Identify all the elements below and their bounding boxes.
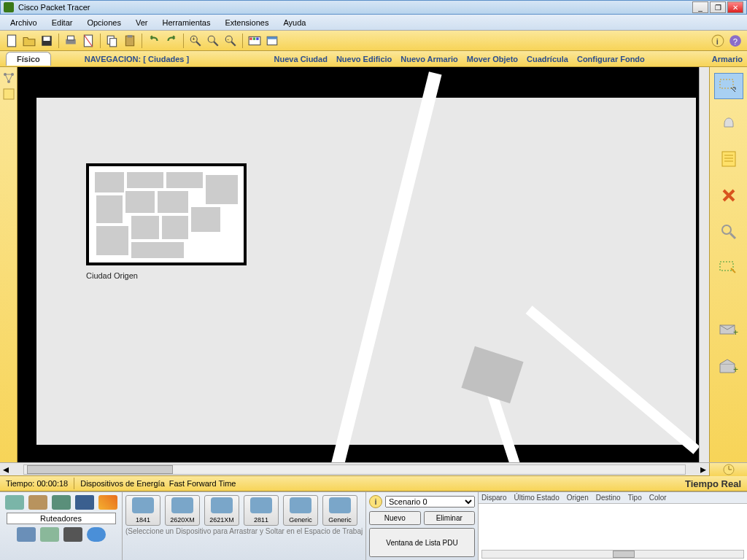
menu-ver[interactable]: Ver [128, 17, 155, 28]
svg-text:i: i [716, 36, 719, 45]
note-tool-icon[interactable] [714, 146, 743, 172]
save-icon[interactable] [39, 34, 54, 48]
map-canvas[interactable]: Ciudad Origen [36, 98, 696, 445]
new-city-button[interactable]: Nueva Ciudad [270, 55, 332, 63]
pdu-col-color[interactable]: Color [649, 494, 667, 502]
menu-ayuda[interactable]: Ayuda [276, 17, 313, 28]
svg-text:-: - [228, 36, 229, 42]
hubs-category-icon[interactable] [52, 495, 71, 510]
info-icon[interactable]: i [711, 34, 725, 48]
pdu-table: Disparo Último Estado Origen Destino Tip… [479, 492, 747, 560]
wan-category-icon[interactable] [40, 527, 59, 542]
move-object-button[interactable]: Mover Objeto [462, 55, 522, 63]
pdu-col-origen[interactable]: Origen [567, 494, 589, 502]
close-button[interactable]: ✕ [727, 1, 743, 13]
router-generic-2[interactable]: Generic [322, 495, 357, 526]
new-building-button[interactable]: Nuevo Edificio [332, 55, 396, 63]
end-devices-category-icon[interactable] [17, 527, 36, 542]
zoom-reset-icon[interactable] [206, 34, 220, 48]
workspace-canvas[interactable]: Ciudad Origen [18, 67, 699, 462]
zoom-out-icon[interactable]: - [223, 34, 238, 48]
router-generic-1[interactable]: Generic [283, 495, 318, 526]
multiuser-category-icon[interactable] [87, 527, 106, 542]
svg-line-11 [196, 42, 201, 46]
wizard-icon[interactable] [81, 34, 96, 48]
inspect-tool-icon[interactable] [714, 219, 743, 245]
dialog-icon[interactable] [265, 34, 279, 48]
delete-scenario-button[interactable]: Eliminar [424, 511, 476, 525]
custom-category-icon[interactable] [63, 527, 82, 542]
city-object[interactable] [86, 163, 247, 265]
svg-text:+: + [733, 327, 738, 337]
complex-pdu-tool-icon[interactable]: + [714, 353, 743, 379]
closet-button[interactable]: Armario [708, 55, 747, 63]
svg-point-13 [208, 36, 214, 42]
svg-text:+: + [193, 36, 196, 42]
select-tool-icon[interactable] [714, 73, 743, 99]
pdu-list-window-button[interactable]: Ventana de Lista PDU [369, 528, 475, 557]
pdu-col-disparo[interactable]: Disparo [481, 494, 506, 502]
horizontal-scrollbar[interactable]: ◂ ▸ [0, 462, 747, 475]
pdu-col-destino[interactable]: Destino [596, 494, 621, 502]
pdu-scrollbar[interactable] [481, 550, 744, 559]
help-icon[interactable]: ? [728, 34, 743, 48]
svg-point-37 [722, 225, 731, 234]
road-shape [526, 306, 699, 454]
realtime-label: Tiempo Real [685, 478, 741, 489]
right-tool-palette: + + [709, 67, 747, 462]
grid-button[interactable]: Cuadrícula [522, 55, 573, 63]
category-label: Ruteadores [7, 513, 116, 524]
cluster-icon[interactable] [2, 71, 15, 85]
new-closet-button[interactable]: Nuevo Armario [396, 55, 462, 63]
menu-herramientas[interactable]: Herramientas [155, 17, 217, 28]
copy-icon[interactable] [105, 34, 120, 48]
vertical-scrollbar[interactable] [699, 67, 709, 462]
simple-pdu-tool-icon[interactable]: + [714, 316, 743, 343]
pdu-col-ultimo[interactable]: Último Estado [514, 494, 559, 502]
delete-tool-icon[interactable] [714, 182, 743, 209]
zoom-in-icon[interactable]: + [188, 34, 203, 48]
open-file-icon[interactable] [22, 34, 36, 48]
move-tool-icon[interactable] [714, 109, 743, 136]
realtime-toggle-icon[interactable] [721, 464, 737, 475]
device-panel: Ruteadores 1841 2620XM 2621XM 2811 Gener… [0, 491, 747, 560]
scenario-info-icon[interactable]: i [369, 495, 382, 508]
scenario-panel: i Scenario 0 Nuevo Eliminar Ventana de L… [366, 492, 479, 560]
scenario-select[interactable]: Scenario 0 [385, 496, 475, 508]
physical-tab[interactable]: Físico [6, 52, 51, 66]
pdu-col-tipo[interactable]: Tipo [628, 494, 642, 502]
fast-forward-button[interactable]: Fast Forward Time [169, 479, 236, 488]
svg-line-14 [214, 42, 218, 46]
set-background-button[interactable]: Configurar Fondo [573, 55, 649, 63]
menu-opciones[interactable]: Opciones [80, 17, 128, 28]
router-2621xm[interactable]: 2621XM [204, 495, 239, 526]
new-file-icon[interactable] [4, 34, 19, 48]
menu-archivo[interactable]: Archivo [3, 17, 44, 28]
undo-icon[interactable] [147, 34, 161, 48]
navigation-breadcrumb[interactable]: NAVEGACION: [ Ciudades ] [80, 55, 193, 63]
palette-icon[interactable] [247, 34, 262, 48]
menu-editar[interactable]: Editar [44, 17, 80, 28]
svg-rect-21 [256, 37, 258, 39]
menu-extensiones[interactable]: Extensiones [217, 17, 276, 28]
wireless-category-icon[interactable] [75, 495, 94, 510]
resize-tool-icon[interactable] [714, 255, 743, 281]
switches-category-icon[interactable] [28, 495, 47, 510]
print-icon[interactable] [63, 34, 78, 48]
physical-nav-bar: Físico NAVEGACION: [ Ciudades ] Nueva Ci… [0, 51, 747, 67]
power-devices-button[interactable]: Dispositivos de Energía [80, 479, 165, 488]
minimize-button[interactable]: _ [692, 1, 708, 13]
redo-icon[interactable] [164, 34, 179, 48]
new-scenario-button[interactable]: Nuevo [369, 511, 421, 525]
paste-icon[interactable] [123, 34, 137, 48]
router-2811[interactable]: 2811 [244, 495, 279, 526]
city-blocks-icon [89, 166, 244, 262]
routers-category-icon[interactable] [5, 495, 24, 510]
connections-category-icon[interactable] [98, 495, 117, 510]
maximize-button[interactable]: ❐ [710, 1, 726, 13]
device-category-panel: Ruteadores [0, 492, 123, 560]
city-label: Ciudad Origen [86, 271, 138, 280]
notes-icon[interactable] [2, 88, 15, 101]
router-1841[interactable]: 1841 [125, 495, 160, 526]
router-2620xm[interactable]: 2620XM [165, 495, 200, 526]
